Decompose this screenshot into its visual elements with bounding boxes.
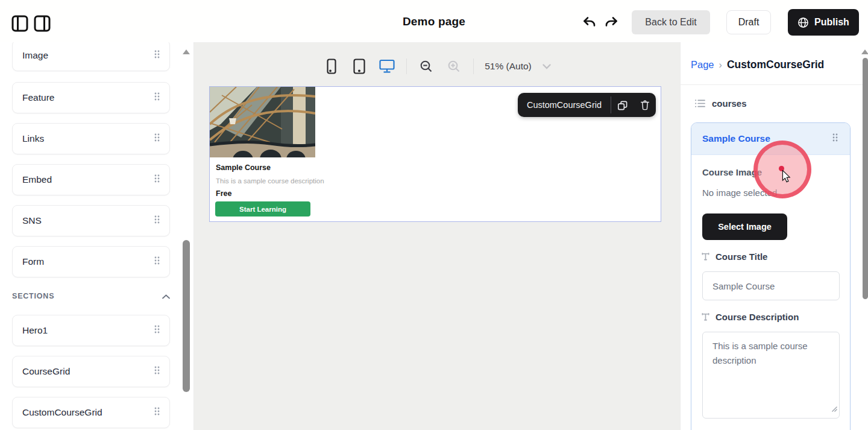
publish-label: Publish xyxy=(814,17,849,28)
course-item-card: Sample Course Course Image No image sele… xyxy=(691,122,851,430)
preview-course-description: This is a sample course description xyxy=(216,177,324,185)
drag-handle-icon[interactable] xyxy=(154,215,160,226)
redo-icon[interactable] xyxy=(603,16,619,30)
drag-handle-icon[interactable] xyxy=(154,92,160,103)
zoom-in-icon[interactable] xyxy=(445,58,462,75)
preview-course-title: Sample Course xyxy=(216,163,271,172)
scroll-up-arrow[interactable] xyxy=(183,49,190,54)
draft-button[interactable]: Draft xyxy=(726,10,771,34)
drag-handle-icon[interactable] xyxy=(154,325,160,336)
section-item-coursegrid[interactable]: CourseGrid xyxy=(12,356,170,387)
toolbar-separator xyxy=(473,58,474,74)
device-tablet-icon[interactable] xyxy=(351,58,368,75)
zoom-dropdown-chevron-icon[interactable] xyxy=(542,64,551,69)
delete-icon[interactable] xyxy=(634,93,656,117)
list-icon xyxy=(694,98,706,109)
undo-icon[interactable] xyxy=(582,16,597,30)
image-status-text: No image selected xyxy=(702,188,850,198)
properties-panel: Page › CustomCourseGrid courses Sample C… xyxy=(680,42,868,430)
toolbar-separator xyxy=(406,58,407,74)
course-title-label: Course Title xyxy=(715,251,767,262)
publish-button[interactable]: Publish xyxy=(788,9,859,36)
canvas-toolbar: 51% (Auto) xyxy=(194,57,680,76)
drag-handle-icon[interactable] xyxy=(154,50,160,61)
drag-handle-icon[interactable] xyxy=(154,407,160,418)
course-title-input[interactable]: Sample Course xyxy=(702,271,840,300)
start-learning-button[interactable]: Start Learning xyxy=(215,201,310,217)
component-item-form[interactable]: Form xyxy=(12,246,170,277)
component-item-sns[interactable]: SNS xyxy=(12,205,170,236)
course-item-header[interactable]: Sample Course xyxy=(691,123,850,155)
breadcrumb-chevron-icon: › xyxy=(719,60,722,71)
drag-handle-icon[interactable] xyxy=(832,133,838,144)
zoom-level-label[interactable]: 51% (Auto) xyxy=(485,61,532,72)
drag-handle-icon[interactable] xyxy=(154,174,160,185)
component-item-image[interactable]: Image xyxy=(12,42,170,71)
back-to-edit-button[interactable]: Back to Edit xyxy=(632,10,710,34)
duplicate-icon[interactable] xyxy=(611,93,634,117)
right-panel-scrollbar[interactable] xyxy=(863,58,868,299)
course-image-label: Course Image xyxy=(702,167,850,177)
device-desktop-icon[interactable] xyxy=(379,58,395,75)
course-description-label: Course Description xyxy=(715,312,799,322)
breadcrumb-page-link[interactable]: Page xyxy=(691,59,714,71)
course-photo xyxy=(210,87,315,157)
collapse-sections-icon[interactable] xyxy=(162,291,170,302)
breadcrumb-current: CustomCourseGrid xyxy=(727,58,824,71)
preview-course-price: Free xyxy=(216,189,231,198)
sections-header: SECTIONS xyxy=(12,291,170,302)
components-sidebar: Image Feature Links Embed SNS Form SECTI… xyxy=(0,42,194,430)
text-type-icon xyxy=(701,312,710,321)
resize-handle-icon[interactable] xyxy=(832,402,837,416)
globe-icon xyxy=(797,17,809,28)
editor-canvas: 51% (Auto) S xyxy=(194,42,680,430)
course-description-field-header: Course Description xyxy=(701,312,850,322)
course-title-field-header: Course Title xyxy=(701,251,850,262)
courses-group-header: courses xyxy=(694,98,747,109)
section-item-hero1[interactable]: Hero1 xyxy=(12,315,170,346)
select-image-button[interactable]: Select Image xyxy=(702,213,787,240)
left-panel-scrollbar[interactable] xyxy=(183,240,190,392)
zoom-out-icon[interactable] xyxy=(418,58,435,75)
courses-group-label: courses xyxy=(712,98,747,109)
course-item-title: Sample Course xyxy=(702,133,770,144)
scroll-up-arrow[interactable] xyxy=(861,49,868,54)
mouse-cursor-icon xyxy=(782,170,791,185)
drag-handle-icon[interactable] xyxy=(154,366,160,377)
course-description-textarea[interactable]: This is a sample course description xyxy=(702,332,840,419)
component-item-links[interactable]: Links xyxy=(12,123,170,154)
breadcrumb: Page › CustomCourseGrid xyxy=(691,58,824,71)
topbar: Demo page Back to Edit Draft Publish xyxy=(0,0,868,42)
selected-component-label: CustomCourseGrid xyxy=(518,100,611,110)
component-item-feature[interactable]: Feature xyxy=(12,82,170,113)
drag-handle-icon[interactable] xyxy=(154,256,160,267)
page-preview[interactable]: Sample Course This is a sample course de… xyxy=(209,86,661,222)
text-type-icon xyxy=(701,252,710,261)
drag-handle-icon[interactable] xyxy=(154,133,160,144)
device-phone-icon[interactable] xyxy=(323,58,340,75)
section-item-customcoursegrid[interactable]: CustomCourseGrid xyxy=(12,397,170,428)
component-item-embed[interactable]: Embed xyxy=(12,164,170,195)
selection-toolbar: CustomCourseGrid xyxy=(518,93,656,117)
